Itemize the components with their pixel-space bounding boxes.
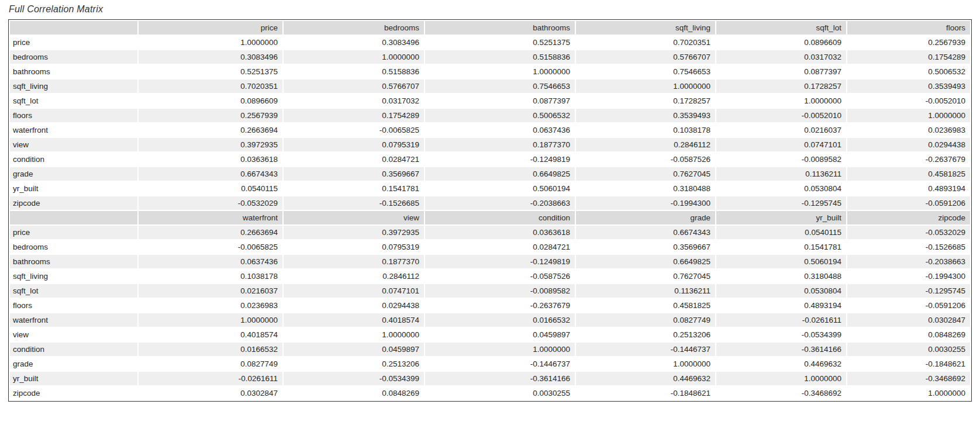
value-cell: -0.0591206 bbox=[847, 299, 970, 312]
value-cell: 0.4581825 bbox=[847, 167, 970, 181]
value-cell: 0.0459897 bbox=[284, 343, 424, 356]
row-label-cell: sqft_lot bbox=[10, 94, 137, 108]
value-cell: 0.0030255 bbox=[425, 386, 575, 400]
value-cell: -0.1848621 bbox=[576, 386, 715, 400]
table-row: bathrooms0.52513750.51588361.00000000.75… bbox=[10, 65, 970, 78]
table-row: waterfront0.2663694-0.00658250.06374360.… bbox=[10, 123, 970, 137]
value-cell: 0.6649825 bbox=[425, 167, 575, 181]
table-row: grade0.66743430.35696670.66498250.762704… bbox=[10, 167, 970, 181]
value-cell: 0.0896609 bbox=[716, 36, 846, 49]
value-cell: 0.0827749 bbox=[576, 313, 715, 327]
row-label-cell: bathrooms bbox=[10, 255, 137, 268]
table-row: bedrooms0.30834961.00000000.51588360.576… bbox=[10, 50, 970, 64]
row-label-cell: condition bbox=[10, 153, 137, 166]
column-header-cell: price bbox=[139, 21, 282, 34]
value-cell: -0.2038663 bbox=[425, 196, 575, 210]
value-cell: 0.2567939 bbox=[139, 109, 282, 122]
value-cell: 0.4018574 bbox=[284, 313, 424, 327]
value-cell: 0.5006532 bbox=[847, 65, 970, 78]
value-cell: -0.0261611 bbox=[139, 372, 282, 385]
value-cell: 1.0000000 bbox=[284, 50, 424, 64]
row-label-cell: view bbox=[10, 328, 137, 341]
value-cell: -0.0587526 bbox=[425, 269, 575, 283]
table-row: sqft_lot0.08966090.03170320.08773970.172… bbox=[10, 94, 970, 108]
value-cell: 0.1754289 bbox=[847, 50, 970, 64]
value-cell: -0.0089582 bbox=[425, 284, 575, 298]
value-cell: 0.0848269 bbox=[284, 386, 424, 400]
value-cell: 0.0637436 bbox=[139, 255, 282, 268]
column-header-cell: sqft_lot bbox=[716, 21, 846, 34]
value-cell: 0.0540115 bbox=[139, 182, 282, 195]
row-label-cell: grade bbox=[10, 357, 137, 371]
value-cell: 0.5766707 bbox=[284, 80, 424, 93]
value-cell: -0.0591206 bbox=[847, 196, 970, 210]
value-cell: 0.5251375 bbox=[139, 65, 282, 78]
row-label-cell: bedrooms bbox=[10, 240, 137, 254]
table-row: condition0.03636180.0284721-0.1249819-0.… bbox=[10, 153, 970, 166]
row-label-cell: price bbox=[10, 36, 137, 49]
row-label-cell: yr_built bbox=[10, 372, 137, 385]
value-cell: 0.4893194 bbox=[716, 299, 846, 312]
value-cell: 0.0747101 bbox=[284, 284, 424, 298]
value-cell: 0.1728257 bbox=[716, 80, 846, 93]
value-cell: 0.6649825 bbox=[576, 255, 715, 268]
value-cell: 0.6674343 bbox=[576, 226, 715, 239]
value-cell: 0.5060194 bbox=[716, 255, 846, 268]
row-label-cell: yr_built bbox=[10, 182, 137, 195]
value-cell: 0.2846112 bbox=[576, 138, 715, 151]
value-cell: 0.3569667 bbox=[576, 240, 715, 254]
value-cell: 0.1754289 bbox=[284, 109, 424, 122]
value-cell: 0.0284721 bbox=[284, 153, 424, 166]
value-cell: -0.0534399 bbox=[284, 372, 424, 385]
value-cell: 0.0317032 bbox=[284, 94, 424, 108]
value-cell: 0.2513206 bbox=[284, 357, 424, 371]
correlation-matrix-table: pricebedroomsbathroomssqft_livingsqft_lo… bbox=[8, 19, 972, 402]
value-cell: -0.1526685 bbox=[847, 240, 970, 254]
value-cell: 0.5766707 bbox=[576, 50, 715, 64]
value-cell: -0.1295745 bbox=[847, 284, 970, 298]
value-cell: 1.0000000 bbox=[139, 313, 282, 327]
row-label-cell: floors bbox=[10, 299, 137, 312]
value-cell: 0.0317032 bbox=[716, 50, 846, 64]
value-cell: 0.4581825 bbox=[576, 299, 715, 312]
row-label-cell: waterfront bbox=[10, 123, 137, 137]
value-cell: 0.0459897 bbox=[425, 328, 575, 341]
correlation-matrix-body: pricebedroomsbathroomssqft_livingsqft_lo… bbox=[10, 21, 970, 400]
value-cell: 0.3972935 bbox=[284, 226, 424, 239]
value-cell: 0.1541781 bbox=[716, 240, 846, 254]
value-cell: 0.5158836 bbox=[284, 65, 424, 78]
value-cell: 0.0284721 bbox=[425, 240, 575, 254]
column-header-cell: condition bbox=[425, 211, 575, 224]
value-cell: 0.0236983 bbox=[847, 123, 970, 137]
value-cell: 0.0166532 bbox=[139, 343, 282, 356]
value-cell: 0.0795319 bbox=[284, 240, 424, 254]
table-row: yr_built0.05401150.15417810.50601940.318… bbox=[10, 182, 970, 195]
value-cell: -0.3468692 bbox=[847, 372, 970, 385]
value-cell: 0.0827749 bbox=[139, 357, 282, 371]
value-cell: 1.0000000 bbox=[576, 357, 715, 371]
value-cell: 1.0000000 bbox=[716, 372, 846, 385]
value-cell: -0.0534399 bbox=[716, 328, 846, 341]
value-cell: 0.2567939 bbox=[847, 36, 970, 49]
value-cell: 0.0294438 bbox=[847, 138, 970, 151]
value-cell: 0.7627045 bbox=[576, 167, 715, 181]
row-label-cell: waterfront bbox=[10, 313, 137, 327]
value-cell: 0.3569667 bbox=[284, 167, 424, 181]
row-label-cell: bathrooms bbox=[10, 65, 137, 78]
table-row: floors0.02369830.0294438-0.26376790.4581… bbox=[10, 299, 970, 312]
column-header-row: pricebedroomsbathroomssqft_livingsqft_lo… bbox=[10, 21, 970, 34]
column-header-cell: bathrooms bbox=[425, 21, 575, 34]
value-cell: 0.5251375 bbox=[425, 36, 575, 49]
column-header-cell: yr_built bbox=[716, 211, 846, 224]
row-label-cell: view bbox=[10, 138, 137, 151]
value-cell: 0.6674343 bbox=[139, 167, 282, 181]
table-row: yr_built-0.0261611-0.0534399-0.36141660.… bbox=[10, 372, 970, 385]
value-cell: 0.0363618 bbox=[139, 153, 282, 166]
value-cell: 0.4469632 bbox=[576, 372, 715, 385]
value-cell: 0.5006532 bbox=[425, 109, 575, 122]
value-cell: 1.0000000 bbox=[576, 80, 715, 93]
table-row: view0.39729350.07953190.18773700.2846112… bbox=[10, 138, 970, 151]
column-header-cell: bedrooms bbox=[284, 21, 424, 34]
value-cell: 0.0530804 bbox=[716, 182, 846, 195]
column-header-cell: sqft_living bbox=[576, 21, 715, 34]
